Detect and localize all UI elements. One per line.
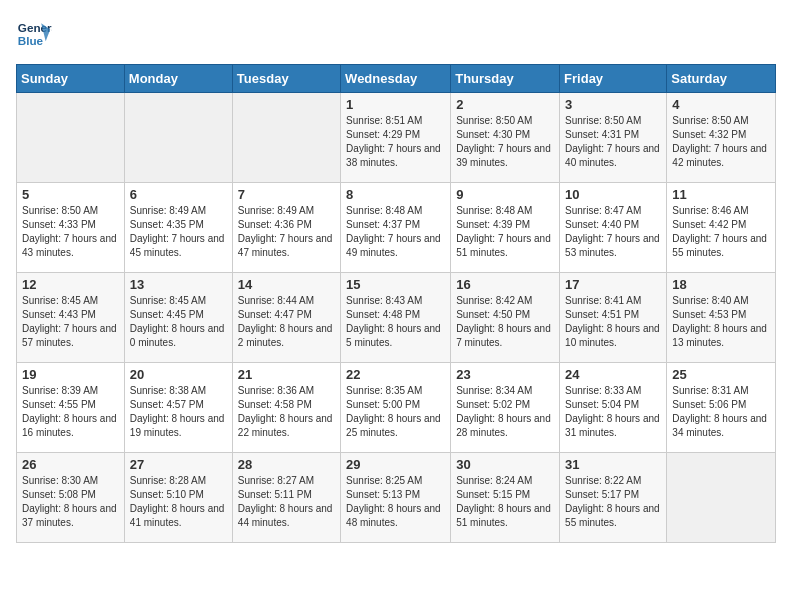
calendar-day-cell: 22Sunrise: 8:35 AM Sunset: 5:00 PM Dayli…: [341, 363, 451, 453]
weekday-header-cell: Sunday: [17, 65, 125, 93]
day-number: 10: [565, 187, 661, 202]
calendar-day-cell: 28Sunrise: 8:27 AM Sunset: 5:11 PM Dayli…: [232, 453, 340, 543]
day-info: Sunrise: 8:24 AM Sunset: 5:15 PM Dayligh…: [456, 474, 554, 530]
calendar-day-cell: 21Sunrise: 8:36 AM Sunset: 4:58 PM Dayli…: [232, 363, 340, 453]
day-number: 30: [456, 457, 554, 472]
day-number: 25: [672, 367, 770, 382]
day-number: 15: [346, 277, 445, 292]
day-info: Sunrise: 8:50 AM Sunset: 4:33 PM Dayligh…: [22, 204, 119, 260]
calendar-day-cell: 23Sunrise: 8:34 AM Sunset: 5:02 PM Dayli…: [451, 363, 560, 453]
day-number: 26: [22, 457, 119, 472]
weekday-header-row: SundayMondayTuesdayWednesdayThursdayFrid…: [17, 65, 776, 93]
day-number: 29: [346, 457, 445, 472]
day-info: Sunrise: 8:28 AM Sunset: 5:10 PM Dayligh…: [130, 474, 227, 530]
day-number: 11: [672, 187, 770, 202]
logo: General Blue: [16, 16, 52, 52]
day-number: 24: [565, 367, 661, 382]
calendar-day-cell: 2Sunrise: 8:50 AM Sunset: 4:30 PM Daylig…: [451, 93, 560, 183]
day-info: Sunrise: 8:40 AM Sunset: 4:53 PM Dayligh…: [672, 294, 770, 350]
day-number: 27: [130, 457, 227, 472]
day-number: 13: [130, 277, 227, 292]
calendar-day-cell: 4Sunrise: 8:50 AM Sunset: 4:32 PM Daylig…: [667, 93, 776, 183]
calendar-week-row: 12Sunrise: 8:45 AM Sunset: 4:43 PM Dayli…: [17, 273, 776, 363]
day-number: 7: [238, 187, 335, 202]
calendar-day-cell: 12Sunrise: 8:45 AM Sunset: 4:43 PM Dayli…: [17, 273, 125, 363]
day-number: 14: [238, 277, 335, 292]
day-number: 5: [22, 187, 119, 202]
calendar-day-cell: 19Sunrise: 8:39 AM Sunset: 4:55 PM Dayli…: [17, 363, 125, 453]
day-info: Sunrise: 8:25 AM Sunset: 5:13 PM Dayligh…: [346, 474, 445, 530]
day-info: Sunrise: 8:35 AM Sunset: 5:00 PM Dayligh…: [346, 384, 445, 440]
day-info: Sunrise: 8:33 AM Sunset: 5:04 PM Dayligh…: [565, 384, 661, 440]
day-number: 9: [456, 187, 554, 202]
day-info: Sunrise: 8:31 AM Sunset: 5:06 PM Dayligh…: [672, 384, 770, 440]
calendar-day-cell: 26Sunrise: 8:30 AM Sunset: 5:08 PM Dayli…: [17, 453, 125, 543]
day-number: 8: [346, 187, 445, 202]
calendar-day-cell: 15Sunrise: 8:43 AM Sunset: 4:48 PM Dayli…: [341, 273, 451, 363]
day-number: 3: [565, 97, 661, 112]
calendar-day-cell: 9Sunrise: 8:48 AM Sunset: 4:39 PM Daylig…: [451, 183, 560, 273]
day-info: Sunrise: 8:51 AM Sunset: 4:29 PM Dayligh…: [346, 114, 445, 170]
day-number: 23: [456, 367, 554, 382]
weekday-header-cell: Tuesday: [232, 65, 340, 93]
day-number: 6: [130, 187, 227, 202]
calendar-day-cell: [124, 93, 232, 183]
calendar-day-cell: 7Sunrise: 8:49 AM Sunset: 4:36 PM Daylig…: [232, 183, 340, 273]
calendar-body: 1Sunrise: 8:51 AM Sunset: 4:29 PM Daylig…: [17, 93, 776, 543]
day-info: Sunrise: 8:30 AM Sunset: 5:08 PM Dayligh…: [22, 474, 119, 530]
day-info: Sunrise: 8:43 AM Sunset: 4:48 PM Dayligh…: [346, 294, 445, 350]
day-number: 28: [238, 457, 335, 472]
day-info: Sunrise: 8:49 AM Sunset: 4:36 PM Dayligh…: [238, 204, 335, 260]
day-info: Sunrise: 8:27 AM Sunset: 5:11 PM Dayligh…: [238, 474, 335, 530]
calendar-day-cell: 6Sunrise: 8:49 AM Sunset: 4:35 PM Daylig…: [124, 183, 232, 273]
day-info: Sunrise: 8:48 AM Sunset: 4:39 PM Dayligh…: [456, 204, 554, 260]
calendar-table: SundayMondayTuesdayWednesdayThursdayFrid…: [16, 64, 776, 543]
calendar-day-cell: 1Sunrise: 8:51 AM Sunset: 4:29 PM Daylig…: [341, 93, 451, 183]
day-info: Sunrise: 8:50 AM Sunset: 4:32 PM Dayligh…: [672, 114, 770, 170]
day-info: Sunrise: 8:50 AM Sunset: 4:31 PM Dayligh…: [565, 114, 661, 170]
calendar-day-cell: [667, 453, 776, 543]
day-info: Sunrise: 8:36 AM Sunset: 4:58 PM Dayligh…: [238, 384, 335, 440]
weekday-header-cell: Thursday: [451, 65, 560, 93]
day-info: Sunrise: 8:50 AM Sunset: 4:30 PM Dayligh…: [456, 114, 554, 170]
calendar-day-cell: 3Sunrise: 8:50 AM Sunset: 4:31 PM Daylig…: [560, 93, 667, 183]
day-number: 22: [346, 367, 445, 382]
logo-icon: General Blue: [16, 16, 52, 52]
day-info: Sunrise: 8:47 AM Sunset: 4:40 PM Dayligh…: [565, 204, 661, 260]
day-number: 12: [22, 277, 119, 292]
day-info: Sunrise: 8:41 AM Sunset: 4:51 PM Dayligh…: [565, 294, 661, 350]
day-number: 21: [238, 367, 335, 382]
day-number: 2: [456, 97, 554, 112]
calendar-week-row: 26Sunrise: 8:30 AM Sunset: 5:08 PM Dayli…: [17, 453, 776, 543]
day-number: 17: [565, 277, 661, 292]
calendar-day-cell: 27Sunrise: 8:28 AM Sunset: 5:10 PM Dayli…: [124, 453, 232, 543]
day-info: Sunrise: 8:22 AM Sunset: 5:17 PM Dayligh…: [565, 474, 661, 530]
calendar-day-cell: 31Sunrise: 8:22 AM Sunset: 5:17 PM Dayli…: [560, 453, 667, 543]
day-info: Sunrise: 8:45 AM Sunset: 4:43 PM Dayligh…: [22, 294, 119, 350]
day-info: Sunrise: 8:38 AM Sunset: 4:57 PM Dayligh…: [130, 384, 227, 440]
calendar-day-cell: 8Sunrise: 8:48 AM Sunset: 4:37 PM Daylig…: [341, 183, 451, 273]
calendar-day-cell: 20Sunrise: 8:38 AM Sunset: 4:57 PM Dayli…: [124, 363, 232, 453]
day-number: 31: [565, 457, 661, 472]
day-info: Sunrise: 8:46 AM Sunset: 4:42 PM Dayligh…: [672, 204, 770, 260]
day-number: 19: [22, 367, 119, 382]
day-info: Sunrise: 8:34 AM Sunset: 5:02 PM Dayligh…: [456, 384, 554, 440]
calendar-day-cell: [17, 93, 125, 183]
calendar-day-cell: 16Sunrise: 8:42 AM Sunset: 4:50 PM Dayli…: [451, 273, 560, 363]
calendar-day-cell: 29Sunrise: 8:25 AM Sunset: 5:13 PM Dayli…: [341, 453, 451, 543]
svg-text:Blue: Blue: [18, 34, 44, 47]
calendar-day-cell: 18Sunrise: 8:40 AM Sunset: 4:53 PM Dayli…: [667, 273, 776, 363]
day-number: 18: [672, 277, 770, 292]
calendar-day-cell: [232, 93, 340, 183]
day-info: Sunrise: 8:45 AM Sunset: 4:45 PM Dayligh…: [130, 294, 227, 350]
calendar-day-cell: 10Sunrise: 8:47 AM Sunset: 4:40 PM Dayli…: [560, 183, 667, 273]
calendar-day-cell: 5Sunrise: 8:50 AM Sunset: 4:33 PM Daylig…: [17, 183, 125, 273]
weekday-header-cell: Wednesday: [341, 65, 451, 93]
day-info: Sunrise: 8:44 AM Sunset: 4:47 PM Dayligh…: [238, 294, 335, 350]
day-info: Sunrise: 8:49 AM Sunset: 4:35 PM Dayligh…: [130, 204, 227, 260]
day-info: Sunrise: 8:42 AM Sunset: 4:50 PM Dayligh…: [456, 294, 554, 350]
day-number: 4: [672, 97, 770, 112]
calendar-week-row: 1Sunrise: 8:51 AM Sunset: 4:29 PM Daylig…: [17, 93, 776, 183]
calendar-day-cell: 11Sunrise: 8:46 AM Sunset: 4:42 PM Dayli…: [667, 183, 776, 273]
calendar-day-cell: 30Sunrise: 8:24 AM Sunset: 5:15 PM Dayli…: [451, 453, 560, 543]
